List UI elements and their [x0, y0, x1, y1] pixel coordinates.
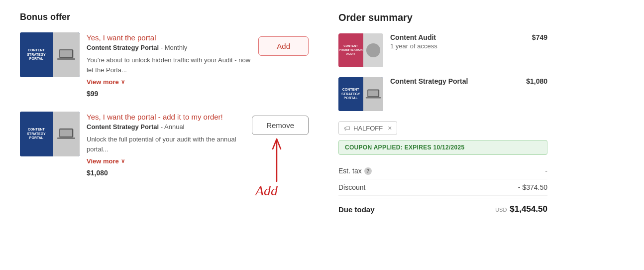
due-today-amount: $1,454.50 [510, 204, 547, 214]
offer-thumbnail-annual: CONTENTStrategyPORTAL [20, 112, 80, 156]
remove-button-annual[interactable]: Remove [252, 116, 309, 135]
svg-rect-1 [60, 50, 72, 57]
coupon-row: 🏷 HALFOFF × [338, 121, 547, 135]
offer-subtitle-monthly: Content Strategy Portal - Monthly [87, 44, 251, 51]
order-title: Order summary [338, 12, 547, 23]
order-item-portal-details: Content Strategy Portal [390, 77, 519, 85]
order-item-audit-price: $749 [532, 33, 547, 41]
annotation-add-text: Add [253, 176, 293, 201]
order-thumb-portal: CONTENTStrategyPORTAL [338, 77, 383, 111]
order-item-audit-name: Content Audit [390, 33, 525, 41]
annotation-arrow [257, 132, 297, 186]
summary-line-due-today: Due today USD $1,454.50 [338, 198, 547, 218]
tax-help-icon[interactable]: ? [364, 167, 372, 175]
offer-headline-monthly: Yes, I want the portal [87, 32, 251, 43]
bonus-section: Bonus offer CONTENTStrategyPORTAL [20, 12, 309, 258]
summary-value-discount: - $374.50 [518, 183, 547, 191]
order-item-audit-details: Content Audit 1 year of access [390, 33, 525, 50]
bonus-title: Bonus offer [20, 12, 309, 22]
currency-label: USD [495, 207, 507, 213]
offer-subtitle-annual: Content Strategy Portal - Annual [87, 123, 245, 131]
offer-info-annual: Yes, I want the portal - add it to my or… [87, 112, 245, 177]
coupon-applied-banner: COUPON APPLIED: EXPIRES 10/12/2025 [338, 140, 547, 155]
tag-icon: 🏷 [344, 125, 350, 132]
offer-price-monthly: $99 [87, 90, 251, 98]
order-section: Order summary ContentPrioritizationAUDIT… [338, 12, 547, 258]
offer-card-monthly: CONTENTStrategyPORTAL Yes, I want the po… [20, 32, 309, 98]
summary-line-tax: Est. tax ? - [338, 163, 547, 179]
order-item-audit: ContentPrioritizationAUDIT Content Audit… [338, 33, 547, 67]
summary-line-discount: Discount - $374.50 [338, 179, 547, 196]
offer-action-annual: Remove Add [252, 112, 309, 135]
svg-rect-9 [368, 90, 378, 96]
order-item-audit-sub: 1 year of access [390, 42, 525, 50]
offer-description-annual: Unlock the full potential of your audit … [87, 135, 245, 154]
offer-card-annual: CONTENTStrategyPORTAL Yes, I want the po… [20, 112, 309, 177]
offer-description-monthly: You're about to unlock hidden traffic wi… [87, 55, 251, 75]
svg-rect-5 [57, 137, 75, 139]
order-item-portal-name: Content Strategy Portal [390, 77, 519, 85]
view-more-monthly[interactable]: View more [87, 78, 125, 86]
due-today-right: USD $1,454.50 [495, 204, 547, 214]
svg-text:Add: Add [254, 183, 278, 198]
offer-action-monthly: Add [258, 32, 309, 56]
coupon-tag: 🏷 HALFOFF × [338, 121, 397, 135]
svg-rect-4 [60, 130, 72, 136]
order-thumb-audit: ContentPrioritizationAUDIT [338, 33, 383, 67]
summary-value-tax: - [545, 167, 547, 175]
coupon-remove-button[interactable]: × [388, 124, 392, 132]
order-item-portal: CONTENTStrategyPORTAL Content Strategy P… [338, 77, 547, 111]
svg-rect-10 [366, 97, 381, 99]
offer-info-monthly: Yes, I want the portal Content Strategy … [87, 32, 251, 98]
offer-thumbnail-monthly: CONTENTStrategyPORTAL [20, 32, 80, 77]
coupon-code: HALFOFF [353, 125, 383, 132]
offer-price-annual: $1,080 [87, 169, 245, 177]
offer-headline-annual: Yes, I want the portal - add it to my or… [87, 112, 245, 122]
add-button-monthly[interactable]: Add [258, 36, 309, 56]
summary-label-tax: Est. tax ? [338, 167, 372, 175]
view-more-annual[interactable]: View more [87, 157, 125, 165]
order-item-portal-price: $1,080 [526, 77, 547, 85]
summary-label-discount: Discount [338, 183, 365, 191]
svg-rect-2 [57, 58, 75, 60]
